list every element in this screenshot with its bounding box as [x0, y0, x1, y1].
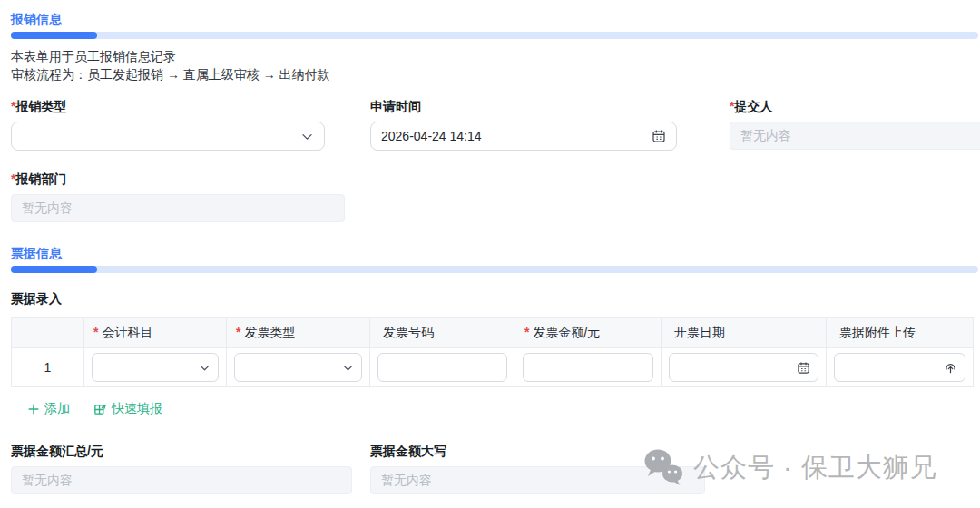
amount-total-placeholder: 暂无内容	[22, 473, 341, 489]
amount-total-input: 暂无内容	[11, 466, 352, 494]
form-description-line1: 本表单用于员工报销信息记录	[11, 47, 980, 65]
quick-fill-icon	[93, 403, 107, 416]
department-input: 暂无内容	[11, 194, 345, 222]
table-row: 1	[12, 348, 974, 387]
form-row-2: *报销部门 暂无内容	[11, 171, 980, 222]
summary-row: 票据金额汇总/元 暂无内容 票据金额大写 暂无内容	[11, 444, 980, 494]
field-reimburse-type: *报销类型	[11, 99, 325, 151]
apply-time-value: 2026-04-24 14:14	[381, 129, 652, 143]
apply-time-label: 申请时间	[370, 99, 684, 113]
chevron-down-icon	[342, 362, 354, 374]
reimburse-type-select[interactable]	[11, 122, 325, 151]
section-invoice-info: 票据信息	[11, 245, 980, 273]
field-amount-total: 票据金额汇总/元 暂无内容	[11, 444, 352, 494]
chevron-down-icon	[300, 130, 314, 143]
row-index: 1	[12, 348, 84, 387]
table-header-row: *会计科目 *发票类型 发票号码 *发票金额/元 开票日期 票据附件上传	[12, 318, 974, 348]
section-title-invoice-info: 票据信息	[11, 245, 980, 261]
invoice-date-input[interactable]	[669, 353, 818, 382]
attachment-upload-input[interactable]	[834, 353, 965, 382]
calendar-icon	[652, 129, 666, 143]
section-progress-fill-2	[11, 266, 97, 273]
section-progress-fill	[11, 32, 97, 39]
amount-total-label: 票据金额汇总/元	[11, 444, 352, 458]
amount-caps-input: 暂无内容	[370, 466, 705, 494]
col-header-invoice-number: 发票号码	[370, 318, 515, 348]
add-row-label: 添加	[44, 401, 70, 417]
quick-fill-label: 快速填报	[112, 401, 162, 417]
form-description: 本表单用于员工报销信息记录 审核流程为：员工发起报销 → 直属上级审核 → 出纳…	[11, 47, 980, 83]
form-row-1: *报销类型 申请时间 2026-04-24 14:14 *提交人 暂无内容	[11, 99, 980, 151]
calendar-icon	[797, 361, 810, 375]
plus-icon	[27, 403, 40, 415]
submitter-placeholder: 暂无内容	[740, 128, 980, 144]
account-subject-select[interactable]	[92, 353, 219, 382]
col-header-invoice-amount: *发票金额/元	[515, 318, 662, 348]
apply-time-input[interactable]: 2026-04-24 14:14	[370, 122, 677, 151]
invoice-entry-title: 票据录入	[11, 291, 980, 306]
chevron-down-icon	[199, 362, 211, 374]
form-description-line2: 审核流程为：员工发起报销 → 直属上级审核 → 出纳付款	[11, 65, 980, 83]
col-header-invoice-type: *发票类型	[227, 318, 370, 348]
field-amount-caps: 票据金额大写 暂无内容	[370, 444, 705, 494]
reimbursement-form-page: 报销信息 本表单用于员工报销信息记录 审核流程为：员工发起报销 → 直属上级审核…	[0, 0, 980, 508]
col-header-account-subject: *会计科目	[84, 318, 227, 348]
invoice-type-select[interactable]	[234, 353, 362, 382]
col-header-index	[12, 318, 84, 348]
col-header-invoice-date: 开票日期	[662, 318, 827, 348]
section-progress-track-2	[11, 266, 978, 273]
submitter-input: 暂无内容	[730, 122, 980, 150]
field-submitter: *提交人 暂无内容	[730, 99, 980, 151]
invoice-number-input[interactable]	[377, 353, 507, 382]
add-row-button[interactable]: 添加	[27, 401, 70, 417]
quick-fill-button[interactable]: 快速填报	[93, 401, 162, 417]
amount-caps-placeholder: 暂无内容	[381, 473, 694, 489]
department-label: *报销部门	[11, 171, 980, 186]
submitter-label: *提交人	[730, 99, 980, 113]
invoice-amount-input[interactable]	[523, 353, 653, 382]
reimburse-type-label: *报销类型	[11, 99, 325, 113]
table-actions: 添加 快速填报	[11, 401, 980, 417]
field-apply-time: 申请时间 2026-04-24 14:14	[370, 99, 684, 151]
section-title-reimburse-info: 报销信息	[11, 11, 980, 27]
amount-caps-label: 票据金额大写	[370, 444, 705, 458]
upload-icon	[944, 361, 957, 375]
invoice-entry-table: *会计科目 *发票类型 发票号码 *发票金额/元 开票日期 票据附件上传 1	[11, 317, 974, 387]
department-placeholder: 暂无内容	[22, 200, 334, 217]
col-header-attachment-upload: 票据附件上传	[827, 318, 974, 348]
section-progress-track	[11, 32, 978, 39]
